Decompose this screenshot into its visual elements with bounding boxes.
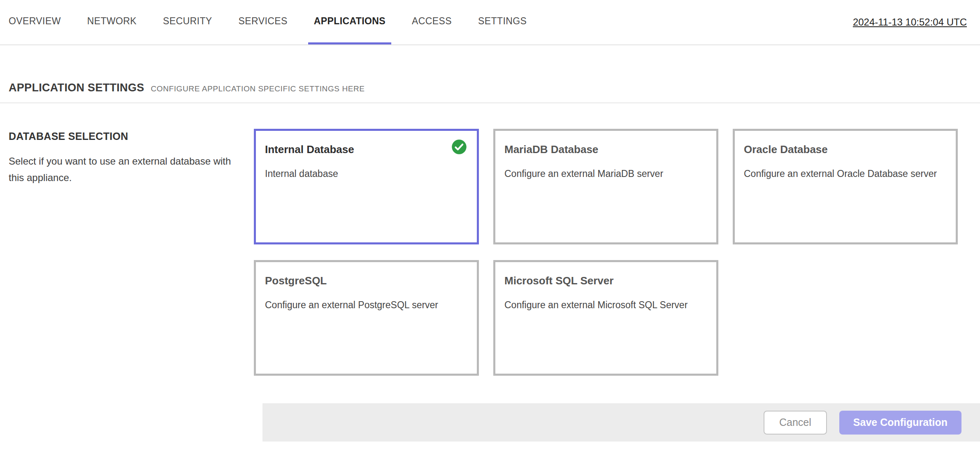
application-settings-content: DATABASE SELECTION Select if you want to… — [0, 103, 980, 376]
save-configuration-button[interactable]: Save Configuration — [839, 411, 961, 435]
db-option-description: Configure an external Microsoft SQL Serv… — [504, 298, 708, 312]
db-option-description: Configure an external MariaDB server — [504, 167, 708, 181]
db-option-title: Microsoft SQL Server — [504, 274, 708, 287]
tab-settings[interactable]: SETTINGS — [472, 0, 532, 44]
db-option-internal-database[interactable]: Internal Database Internal database — [254, 129, 479, 244]
db-option-mariadb[interactable]: MariaDB Database Configure an external M… — [493, 129, 718, 244]
page-subtitle: CONFIGURE APPLICATION SPECIFIC SETTINGS … — [151, 84, 365, 93]
tab-services[interactable]: SERVICES — [233, 0, 293, 44]
database-option-grid: Internal Database Internal database Mari… — [254, 129, 958, 376]
db-option-description: Configure an external Oracle Database se… — [744, 167, 947, 181]
db-option-oracle[interactable]: Oracle Database Configure an external Or… — [733, 129, 958, 244]
selected-check-icon — [451, 139, 467, 155]
tab-security[interactable]: SECURITY — [157, 0, 218, 44]
db-option-description: Internal database — [265, 167, 469, 181]
db-option-title: PostgreSQL — [265, 274, 469, 287]
tab-overview[interactable]: OVERVIEW — [3, 0, 67, 44]
tab-access[interactable]: ACCESS — [406, 0, 457, 44]
db-option-title: MariaDB Database — [504, 143, 708, 156]
action-footer: Cancel Save Configuration — [262, 403, 980, 442]
nav-tabs: OVERVIEW NETWORK SECURITY SERVICES APPLI… — [3, 0, 532, 44]
page-title: APPLICATION SETTINGS — [9, 81, 144, 94]
cancel-button[interactable]: Cancel — [764, 411, 827, 435]
page-header: APPLICATION SETTINGS CONFIGURE APPLICATI… — [0, 45, 980, 94]
tab-network[interactable]: NETWORK — [81, 0, 142, 44]
database-selection-info: DATABASE SELECTION Select if you want to… — [0, 129, 254, 376]
top-nav: OVERVIEW NETWORK SECURITY SERVICES APPLI… — [0, 0, 980, 45]
db-option-mssql[interactable]: Microsoft SQL Server Configure an extern… — [493, 260, 718, 376]
db-option-title: Oracle Database — [744, 143, 947, 156]
database-selection-description: Select if you want to use an external da… — [9, 153, 233, 186]
tab-applications[interactable]: APPLICATIONS — [308, 0, 391, 44]
timestamp-link[interactable]: 2024-11-13 10:52:04 UTC — [853, 16, 967, 28]
db-option-postgresql[interactable]: PostgreSQL Configure an external Postgre… — [254, 260, 479, 376]
database-selection-title: DATABASE SELECTION — [9, 130, 239, 142]
db-option-title: Internal Database — [265, 143, 469, 156]
db-option-description: Configure an external PostgreSQL server — [265, 298, 469, 312]
